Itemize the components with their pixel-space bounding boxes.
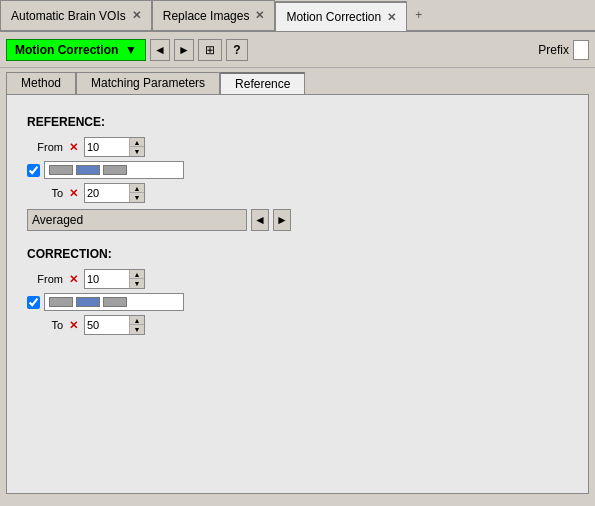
toolbar-dropdown-arrow-icon[interactable]: ▼: [125, 43, 137, 57]
correction-to-up-button[interactable]: ▲: [130, 316, 144, 325]
sub-tab-method-label: Method: [21, 76, 61, 90]
prefix-input[interactable]: [573, 40, 589, 60]
toolbar-title-label: Motion Correction: [15, 43, 118, 57]
correction-to-label: To: [27, 319, 63, 331]
correction-to-arrows: ▲ ▼: [129, 316, 144, 334]
correction-to-x-icon: ✕: [69, 319, 78, 332]
correction-from-x-icon: ✕: [69, 273, 78, 286]
range-seg-2: [76, 165, 100, 175]
reference-to-row: To ✕ ▲ ▼: [27, 183, 568, 203]
corr-range-seg-2: [76, 297, 100, 307]
correction-to-row: To ✕ ▲ ▼: [27, 315, 568, 335]
correction-from-arrows: ▲ ▼: [129, 270, 144, 288]
toolbar-title-block: Motion Correction ▼: [6, 39, 146, 61]
help-icon: ?: [233, 43, 240, 57]
reference-to-down-button[interactable]: ▼: [130, 193, 144, 202]
tab-label: Automatic Brain VOIs: [11, 9, 126, 23]
reference-from-down-button[interactable]: ▼: [130, 147, 144, 156]
correction-from-down-button[interactable]: ▼: [130, 279, 144, 288]
tab-label: Replace Images: [163, 9, 250, 23]
reference-to-arrows: ▲ ▼: [129, 184, 144, 202]
reference-from-input[interactable]: [85, 138, 129, 156]
add-tab-button[interactable]: +: [407, 0, 430, 30]
correction-from-label: From: [27, 273, 63, 285]
prefix-label: Prefix: [538, 43, 569, 57]
correction-range-inner: [49, 297, 127, 307]
reference-from-arrows: ▲ ▼: [129, 138, 144, 156]
reference-range-row: [27, 161, 568, 179]
content-panel: REFERENCE: From ✕ ▲ ▼ To ✕: [6, 94, 589, 494]
correction-to-input[interactable]: [85, 316, 129, 334]
tab-motion-correction[interactable]: Motion Correction ✕: [275, 1, 407, 31]
correction-from-input[interactable]: [85, 270, 129, 288]
corr-range-seg-1: [49, 297, 73, 307]
corr-range-seg-3: [103, 297, 127, 307]
sub-tab-matching-label: Matching Parameters: [91, 76, 205, 90]
sub-tab-bar: Method Matching Parameters Reference: [0, 68, 595, 94]
help-button[interactable]: ?: [226, 39, 248, 61]
sub-tab-reference-label: Reference: [235, 77, 290, 91]
correction-checkbox[interactable]: [27, 296, 40, 309]
extra-icon: ⊞: [205, 43, 215, 57]
toolbar-extra-button[interactable]: ⊞: [198, 39, 222, 61]
reference-section-label: REFERENCE:: [27, 115, 568, 129]
left-arrow-icon: ◄: [154, 43, 166, 57]
sub-tab-method[interactable]: Method: [6, 72, 76, 94]
close-icon[interactable]: ✕: [255, 9, 264, 22]
reference-from-label: From: [27, 141, 63, 153]
reference-to-spinbox: ▲ ▼: [84, 183, 145, 203]
correction-from-row: From ✕ ▲ ▼: [27, 269, 568, 289]
reference-to-input[interactable]: [85, 184, 129, 202]
correction-range-bar: [44, 293, 184, 311]
tab-replace-images[interactable]: Replace Images ✕: [152, 0, 276, 30]
reference-from-row: From ✕ ▲ ▼: [27, 137, 568, 157]
correction-from-spinbox: ▲ ▼: [84, 269, 145, 289]
tab-bar: Automatic Brain VOIs ✕ Replace Images ✕ …: [0, 0, 595, 32]
reference-dropdown-wrap: Averaged Single: [27, 209, 247, 231]
sub-tab-matching-parameters[interactable]: Matching Parameters: [76, 72, 220, 94]
sub-tab-reference[interactable]: Reference: [220, 72, 305, 94]
range-seg-1: [49, 165, 73, 175]
correction-from-up-button[interactable]: ▲: [130, 270, 144, 279]
correction-section-label: CORRECTION:: [27, 247, 568, 261]
close-icon[interactable]: ✕: [132, 9, 141, 22]
toolbar-next-button[interactable]: ►: [174, 39, 194, 61]
right-arrow-icon: ►: [276, 213, 288, 227]
reference-range-bar: [44, 161, 184, 179]
reference-checkbox[interactable]: [27, 164, 40, 177]
toolbar: Motion Correction ▼ ◄ ► ⊞ ? Prefix: [0, 32, 595, 68]
close-icon[interactable]: ✕: [387, 11, 396, 24]
dropdown-prev-button[interactable]: ◄: [251, 209, 269, 231]
tab-automatic-brain-vois[interactable]: Automatic Brain VOIs ✕: [0, 0, 152, 30]
add-tab-icon: +: [415, 8, 422, 22]
correction-to-down-button[interactable]: ▼: [130, 325, 144, 334]
reference-dropdown-row: Averaged Single ◄ ►: [27, 209, 568, 231]
reference-from-spinbox: ▲ ▼: [84, 137, 145, 157]
reference-to-label: To: [27, 187, 63, 199]
toolbar-prev-button[interactable]: ◄: [150, 39, 170, 61]
reference-from-up-button[interactable]: ▲: [130, 138, 144, 147]
tab-label: Motion Correction: [286, 10, 381, 24]
reference-from-x-icon: ✕: [69, 141, 78, 154]
right-arrow-icon: ►: [178, 43, 190, 57]
left-arrow-icon: ◄: [254, 213, 266, 227]
dropdown-next-button[interactable]: ►: [273, 209, 291, 231]
prefix-area: Prefix: [538, 40, 589, 60]
reference-range-inner: [49, 165, 127, 175]
correction-to-spinbox: ▲ ▼: [84, 315, 145, 335]
reference-to-up-button[interactable]: ▲: [130, 184, 144, 193]
reference-to-x-icon: ✕: [69, 187, 78, 200]
range-seg-3: [103, 165, 127, 175]
reference-dropdown[interactable]: Averaged Single: [27, 209, 247, 231]
correction-range-row: [27, 293, 568, 311]
